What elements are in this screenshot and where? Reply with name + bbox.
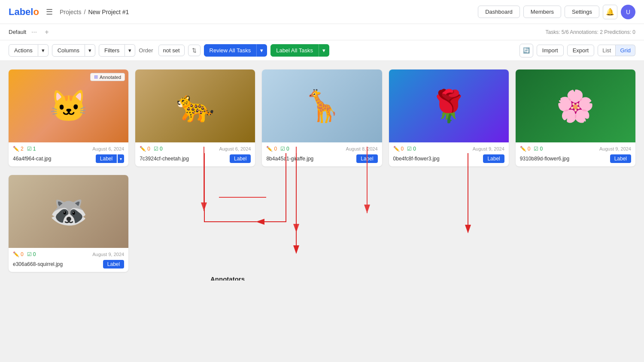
task-name-row-6: e306a668-squirrel.jpg Label (13, 260, 124, 268)
filters-dropdown[interactable]: Filters ▾ (99, 44, 135, 57)
task-meta-6: ✏️ 0 ☑ 0 August 9, 2024 (13, 251, 124, 257)
task-badges-6: ✏️ 0 ☑ 0 (13, 251, 36, 257)
add-tab-button[interactable]: + (42, 27, 51, 37)
breadcrumb-projects[interactable]: Projects (60, 9, 82, 15)
columns-button[interactable]: Columns (52, 44, 85, 57)
filters-arrow[interactable]: ▾ (125, 44, 135, 57)
review-count-6: ☑ 0 (27, 251, 36, 257)
review-count-3: ☑ 0 (280, 146, 289, 152)
task-date-4: August 9, 2024 (473, 146, 504, 151)
breadcrumb: Projects / New Project #1 (60, 9, 129, 15)
task-card-5: 🌸 ✏️ 0 ☑ 0 August 9, 2024 (516, 69, 635, 166)
default-tab[interactable]: Default (9, 29, 26, 35)
task-filename-6: e306a668-squirrel.jpg (13, 261, 103, 267)
columns-dropdown[interactable]: Columns ▾ (52, 44, 95, 57)
task-name-row-4: 0be4fc8f-flower3.jpg Label (393, 154, 504, 163)
task-card-2: 🐆 ✏️ 0 ☑ 0 August 6, 2024 (135, 69, 255, 166)
task-badges-4: ✏️ 0 ☑ 0 (393, 146, 416, 152)
toolbar: Actions ▾ Columns ▾ Filters ▾ Order not … (0, 40, 644, 61)
task-image-4: 🌹 (389, 69, 509, 142)
label-button-3[interactable]: Label (356, 154, 377, 163)
task-footer-1: ✏️ 2 ☑ 1 August 6, 2024 46a4f964-cat.jpg… (9, 142, 128, 166)
notification-button[interactable]: 🔔 (603, 5, 617, 19)
tab-left: Default ⋯ + (9, 27, 52, 37)
task-name-row-5: 9310b89d-flower6.jpg Label (520, 154, 631, 163)
task-meta-4: ✏️ 0 ☑ 0 August 9, 2024 (393, 146, 504, 152)
columns-arrow[interactable]: ▾ (85, 44, 95, 57)
review-all-tasks-button[interactable]: Review All Tasks (204, 44, 257, 57)
label-button-2[interactable]: Label (230, 154, 251, 163)
annotation-count-6: ✏️ 0 (13, 251, 24, 257)
task-badges-1: ✏️ 2 ☑ 1 (13, 146, 36, 152)
label-button-4[interactable]: Label (483, 154, 504, 163)
label-all-tasks-arrow[interactable]: ▾ (319, 44, 329, 57)
label-btn-group-1: Label ▾ (96, 154, 124, 163)
task-footer-6: ✏️ 0 ☑ 0 August 9, 2024 e306a668-squirre… (9, 248, 128, 272)
annotation-count-4: ✏️ 0 (393, 146, 404, 152)
tab-stats: Tasks: 5/6 Annotations: 2 Predictions: 0 (546, 29, 635, 35)
task-image-3: 🦒 (262, 69, 382, 142)
grid-view-button[interactable]: Grid (616, 45, 635, 56)
task-filename-4: 0be4fc8f-flower3.jpg (393, 156, 483, 162)
task-filename-1: 46a4f964-cat.jpg (13, 156, 96, 162)
review-all-tasks-arrow[interactable]: ▾ (256, 44, 267, 57)
label-button-6[interactable]: Label (103, 260, 124, 268)
breadcrumb-current: New Project #1 (88, 9, 129, 15)
settings-button[interactable]: Settings (565, 6, 599, 18)
task-date-3: August 8, 2024 (346, 146, 378, 151)
tabs-bar: Default ⋯ + Tasks: 5/6 Annotations: 2 Pr… (0, 24, 644, 40)
label-all-tasks-button[interactable]: Label All Tasks (270, 44, 319, 57)
task-name-row-3: 8b4a45a1-giraffe.jpg Label (266, 154, 377, 163)
dashboard-button[interactable]: Dashboard (478, 6, 520, 18)
task-meta-2: ✏️ 0 ☑ 0 August 6, 2024 (140, 146, 251, 152)
annotation-count-2: ✏️ 0 (140, 146, 150, 152)
task-card-6: 🦝 ✏️ 0 ☑ 0 August 9, 2024 (9, 175, 128, 272)
label-button-arrow-1[interactable]: ▾ (118, 154, 124, 163)
avatar[interactable]: U (621, 5, 635, 19)
label-button-1[interactable]: Label (96, 154, 117, 163)
main-content: 🐱 ⊞ Annotated ✏️ 2 ☑ 1 (0, 61, 644, 281)
app-logo: Labelo (9, 6, 39, 18)
task-grid-row2: 🦝 ✏️ 0 ☑ 0 August 9, 2024 (0, 175, 644, 281)
task-filename-2: 7c3924cf-cheetah.jpg (140, 156, 230, 162)
header-right: Dashboard Members Settings 🔔 U (478, 5, 635, 19)
label-all-tasks-group: Label All Tasks ▾ (270, 44, 329, 57)
header-left: Labelo ☰ Projects / New Project #1 (9, 6, 129, 18)
task-footer-3: ✏️ 0 ☑ 0 August 8, 2024 8b4a45a1-giraffe… (262, 142, 382, 166)
label-button-5[interactable]: Label (610, 154, 631, 163)
actions-arrow[interactable]: ▾ (38, 44, 49, 57)
refresh-button[interactable]: 🔄 (519, 44, 533, 57)
task-meta-5: ✏️ 0 ☑ 0 August 9, 2024 (520, 146, 631, 152)
actions-dropdown[interactable]: Actions ▾ (9, 44, 49, 57)
task-name-row-2: 7c3924cf-cheetah.jpg Label (140, 154, 251, 163)
annotation-count-1: ✏️ 2 (13, 146, 24, 152)
import-button[interactable]: Import (537, 45, 564, 56)
order-label: Order (139, 47, 153, 54)
task-date-5: August 9, 2024 (599, 146, 631, 151)
actions-button[interactable]: Actions (9, 44, 38, 57)
list-view-button[interactable]: List (598, 45, 616, 56)
members-button[interactable]: Members (523, 6, 561, 18)
task-footer-2: ✏️ 0 ☑ 0 August 6, 2024 7c3924cf-cheetah… (135, 142, 255, 166)
tab-options[interactable]: ⋯ (30, 28, 39, 36)
task-badges-5: ✏️ 0 ☑ 0 (520, 146, 543, 152)
review-count-2: ☑ 0 (154, 146, 163, 152)
hamburger-menu[interactable]: ☰ (46, 7, 53, 17)
annotated-badge: ⊞ Annotated (90, 73, 125, 81)
review-count-5: ☑ 0 (534, 146, 543, 152)
app-header: Labelo ☰ Projects / New Project #1 Dashb… (0, 0, 644, 24)
task-image-2: 🐆 (135, 69, 255, 142)
order-value: not set (158, 45, 185, 56)
task-badges-2: ✏️ 0 ☑ 0 (140, 146, 162, 152)
task-grid: 🐱 ⊞ Annotated ✏️ 2 ☑ 1 (0, 61, 644, 175)
review-count-1: ☑ 1 (27, 146, 36, 152)
sort-icon[interactable]: ⇅ (188, 45, 200, 56)
export-button[interactable]: Export (567, 45, 595, 56)
task-footer-5: ✏️ 0 ☑ 0 August 9, 2024 9310b89d-flower6… (516, 142, 635, 166)
annotation-count-3: ✏️ 0 (266, 146, 277, 152)
breadcrumb-separator: / (84, 9, 86, 15)
task-meta-3: ✏️ 0 ☑ 0 August 8, 2024 (266, 146, 377, 152)
task-date-1: August 6, 2024 (92, 146, 124, 151)
view-toggle: List Grid (598, 45, 635, 56)
filters-button[interactable]: Filters (99, 44, 125, 57)
